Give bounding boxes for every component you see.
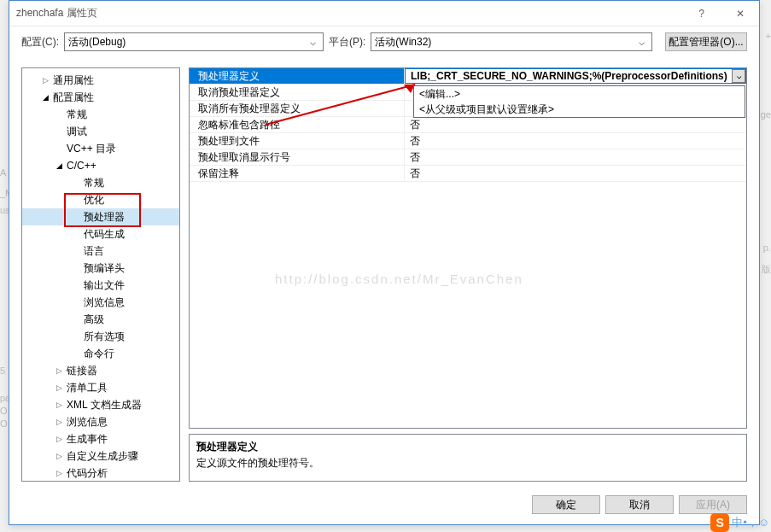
tree-item[interactable]: 语言 [22, 243, 179, 260]
tree-label: VC++ 目录 [67, 142, 116, 156]
grid-label: 取消预处理器定义 [190, 85, 405, 100]
dropdown-item[interactable]: <编辑...> [414, 86, 745, 102]
grid-row[interactable]: 忽略标准包含路径否 [190, 117, 746, 133]
tree-label: 自定义生成步骤 [67, 449, 138, 464]
tree-label: 代码分析 [67, 466, 108, 481]
ok-button[interactable]: 确定 [532, 495, 600, 514]
property-grid: http://blog.csdn.net/Mr_EvanChen 预处理器定义L… [189, 67, 747, 429]
grid-label: 预处理器定义 [190, 68, 405, 84]
apply-button[interactable]: 应用(A) [679, 495, 747, 514]
ime-indicator: S 中•，☺ [710, 513, 769, 532]
expand-icon: ▷ [56, 400, 65, 409]
tree-label: 优化 [84, 193, 104, 208]
description-panel: 预处理器定义 定义源文件的预处理符号。 [189, 434, 747, 482]
tree-item[interactable]: 所有选项 [22, 328, 179, 345]
ime-text: 中•，☺ [732, 515, 769, 530]
tree-label: 预处理器 [84, 210, 125, 225]
grid-row[interactable]: 保留注释否 [190, 166, 746, 182]
expand-icon: ▷ [56, 366, 65, 375]
tree-item[interactable]: 代码生成 [22, 225, 179, 243]
dropdown-item[interactable]: <从父级或项目默认设置继承> [414, 102, 745, 117]
dialog-footer: 确定 取消 应用(A) [9, 495, 747, 514]
grid-value[interactable]: LIB;_CRT_SECURE_NO_WARNINGS;%(Preprocess… [405, 68, 746, 84]
tree-label: 所有选项 [84, 330, 125, 344]
grid-label: 保留注释 [190, 166, 405, 181]
tree-label: 高级 [84, 313, 104, 327]
config-row: 配置(C): 活动(Debug) ⌵ 平台(P): 活动(Win32) ⌵ 配置… [9, 26, 759, 57]
tree-label: 代码生成 [84, 227, 125, 242]
platform-label: 平台(P): [329, 35, 365, 50]
tree-item[interactable]: ▷代码分析 [22, 465, 179, 482]
tree-label: 链接器 [67, 364, 97, 378]
tree-item[interactable]: 优化 [22, 191, 179, 208]
tree-item[interactable]: 常规 [22, 106, 179, 123]
tree-item[interactable]: ◢配置属性 [22, 89, 179, 106]
tree-label: 语言 [84, 244, 104, 259]
nav-tree[interactable]: ▷通用属性◢配置属性常规调试VC++ 目录◢C/C++常规优化预处理器代码生成语… [21, 67, 180, 482]
tree-label: 命令行 [84, 347, 114, 361]
grid-value[interactable]: 否 [405, 133, 746, 149]
dropdown-button[interactable]: ⌵ [732, 69, 745, 83]
grid-label: 预处理取消显示行号 [190, 149, 405, 165]
tree-item[interactable]: 浏览信息 [22, 294, 179, 311]
platform-value: 活动(Win32) [375, 35, 634, 50]
tree-item[interactable]: 命令行 [22, 345, 179, 362]
tree-label: XML 文档生成器 [67, 398, 142, 412]
tree-label: 配置属性 [53, 91, 94, 105]
tree-item[interactable]: 输出文件 [22, 277, 179, 294]
config-combo[interactable]: 活动(Debug) ⌵ [64, 32, 324, 51]
config-value: 活动(Debug) [68, 35, 306, 50]
tree-label: C/C++ [67, 160, 96, 172]
tree-label: 生成事件 [67, 432, 108, 447]
config-label: 配置(C): [21, 35, 59, 50]
close-button[interactable]: ✕ [721, 1, 759, 26]
cancel-button[interactable]: 取消 [605, 495, 674, 514]
tree-item[interactable]: ◢C/C++ [22, 157, 179, 174]
window-title: zhenchafa 属性页 [16, 6, 682, 20]
help-button[interactable]: ? [682, 1, 721, 26]
grid-value[interactable]: 否 [405, 166, 746, 181]
expand-icon: ▷ [56, 469, 65, 477]
tree-item[interactable]: 高级 [22, 311, 179, 328]
expand-icon: ▷ [56, 452, 65, 460]
tree-item[interactable]: ▷浏览信息 [22, 413, 179, 430]
tree-label: 浏览信息 [84, 295, 125, 310]
description-header: 预处理器定义 [196, 440, 739, 454]
grid-row[interactable]: 预处理到文件否 [190, 133, 746, 149]
watermark: http://blog.csdn.net/Mr_EvanChen [275, 272, 523, 286]
tree-label: 预编译头 [84, 261, 125, 276]
tree-item[interactable]: VC++ 目录 [22, 140, 179, 157]
grid-label: 忽略标准包含路径 [190, 117, 405, 132]
sogou-icon[interactable]: S [710, 513, 729, 532]
grid-value[interactable]: 否 [405, 149, 746, 165]
tree-item[interactable]: ▷链接器 [22, 362, 179, 379]
tree-item[interactable]: 调试 [22, 123, 179, 140]
tree-item[interactable]: ▷自定义生成步骤 [22, 447, 179, 465]
chevron-down-icon: ⌵ [634, 36, 648, 48]
tree-item[interactable]: ▷生成事件 [22, 430, 179, 447]
tree-item[interactable]: 常规 [22, 174, 179, 191]
grid-value[interactable]: 否 [405, 117, 746, 132]
config-manager-button[interactable]: 配置管理器(O)... [665, 32, 747, 51]
expand-icon: ◢ [43, 93, 51, 102]
expand-icon: ▷ [56, 418, 65, 426]
platform-combo[interactable]: 活动(Win32) ⌵ [371, 32, 652, 51]
tree-label: 调试 [67, 125, 87, 139]
grid-row[interactable]: 预处理取消显示行号否 [190, 149, 746, 166]
dropdown-popup: <编辑...><从父级或项目默认设置继承> [413, 85, 745, 118]
grid-label: 预处理到文件 [190, 133, 405, 149]
description-text: 定义源文件的预处理符号。 [196, 456, 739, 471]
tree-item[interactable]: ▷通用属性 [22, 72, 179, 89]
tree-label: 常规 [67, 108, 87, 122]
tree-item[interactable]: 预编译头 [22, 260, 179, 277]
grid-label: 取消所有预处理器定义 [190, 101, 405, 116]
tree-item[interactable]: ▷清单工具 [22, 379, 179, 396]
expand-icon: ▷ [56, 383, 65, 392]
tree-label: 浏览信息 [67, 415, 108, 430]
expand-icon: ▷ [56, 435, 65, 443]
tree-item[interactable]: 预处理器 [22, 208, 179, 225]
tree-item[interactable]: ▷XML 文档生成器 [22, 396, 179, 413]
tree-label: 输出文件 [84, 278, 125, 293]
expand-icon: ◢ [56, 161, 65, 170]
grid-row[interactable]: 预处理器定义LIB;_CRT_SECURE_NO_WARNINGS;%(Prep… [190, 68, 746, 85]
